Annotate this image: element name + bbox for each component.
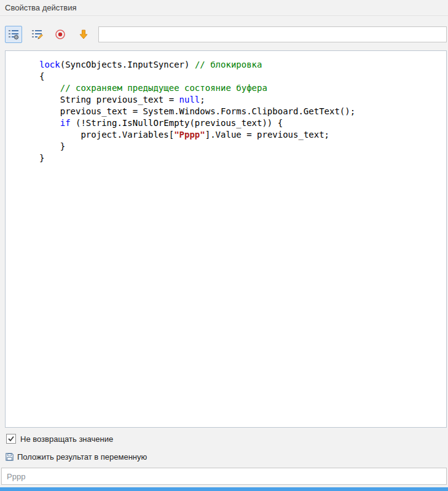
save-result-label: Положить результат в переменную bbox=[17, 452, 147, 462]
code-content: lock(SyncObjects.InputSyncer) // блокиро… bbox=[6, 51, 446, 169]
insert-down-button[interactable] bbox=[75, 26, 92, 43]
arrow-down-icon bbox=[77, 28, 90, 41]
toolbar bbox=[0, 16, 448, 50]
code-settings-button[interactable] bbox=[5, 26, 22, 43]
variable-input[interactable] bbox=[1, 468, 447, 485]
check-icon bbox=[7, 435, 15, 442]
save-result-row: Положить результат в переменную bbox=[0, 450, 448, 463]
code-edit-icon bbox=[31, 28, 43, 41]
no-return-checkbox[interactable] bbox=[6, 434, 16, 444]
code-editor[interactable]: lock(SyncObjects.InputSyncer) // блокиро… bbox=[5, 50, 447, 428]
action-comment-input[interactable] bbox=[98, 26, 447, 42]
panel-title: Свойства действия bbox=[5, 3, 76, 12]
bottom-splitter[interactable] bbox=[0, 487, 448, 491]
save-icon bbox=[5, 452, 14, 462]
no-return-label: Не возвращать значение bbox=[20, 434, 113, 444]
record-icon bbox=[54, 28, 66, 41]
no-return-row[interactable]: Не возвращать значение bbox=[0, 433, 448, 445]
record-button[interactable] bbox=[52, 26, 69, 43]
code-settings-icon bbox=[7, 28, 20, 41]
action-properties-panel: Свойства действия bbox=[0, 0, 448, 491]
panel-header: Свойства действия bbox=[0, 0, 448, 16]
code-edit-button[interactable] bbox=[28, 26, 45, 43]
